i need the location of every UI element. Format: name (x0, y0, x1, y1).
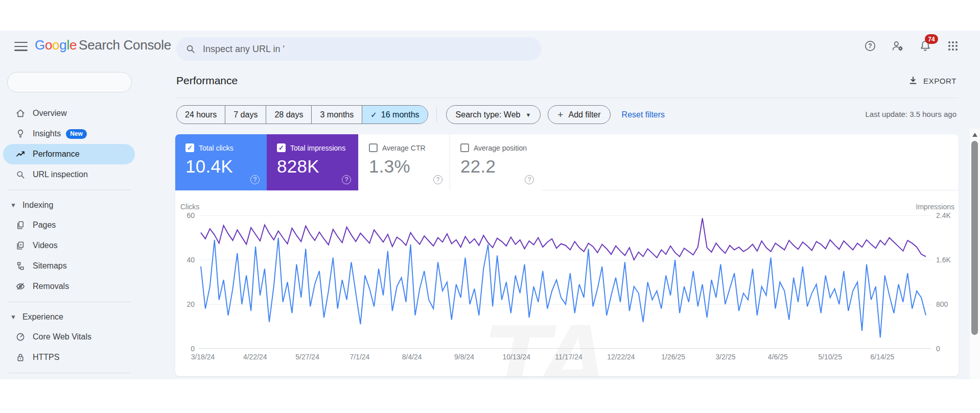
speedometer-icon (15, 332, 26, 342)
metric-cards-row: ✓Total clicks 10.4K ? ✓Total impressions… (175, 134, 959, 190)
metric-label: Average position (474, 144, 527, 152)
metric-value: 22.2 (460, 156, 541, 177)
left-tick-label: 40 (175, 256, 195, 264)
sidebar-item-pages[interactable]: Pages (0, 215, 139, 235)
sidebar-divider (8, 302, 131, 302)
range-tab-label: 24 hours (185, 110, 217, 119)
sidebar-item-sitemaps[interactable]: Sitemaps (0, 256, 139, 276)
google-search-console-screen: GoogleSearch Console ? 74 (0, 0, 980, 413)
notifications-icon[interactable]: 74 (919, 39, 932, 53)
x-axis-label: 8/4/24 (402, 353, 422, 361)
manage-users-icon[interactable] (891, 39, 904, 53)
property-selector[interactable] (7, 72, 132, 92)
metric-card-average-position[interactable]: Average position 22.2 ? (450, 134, 541, 190)
checkbox-unchecked[interactable] (460, 143, 469, 152)
left-tick-label: 60 (175, 211, 195, 220)
sidebar-item-label: HTTPS (33, 353, 59, 362)
last-update-text: Last update: 3.5 hours ago (866, 110, 956, 118)
range-tab-24-hours[interactable]: 24 hours (177, 106, 225, 124)
sidebar-item-url-inspection[interactable]: URL inspection (0, 164, 139, 185)
metric-card-total-clicks[interactable]: ✓Total clicks 10.4K ? (175, 134, 267, 190)
notification-count-badge: 74 (925, 34, 938, 44)
x-axis-labels: 3/18/244/22/245/27/247/1/248/4/249/8/241… (175, 353, 959, 363)
help-icon[interactable]: ? (864, 39, 877, 53)
reset-filters-link[interactable]: Reset filters (622, 110, 665, 119)
sidebar-item-https[interactable]: HTTPS (0, 347, 139, 368)
x-axis-label: 4/6/25 (768, 353, 788, 361)
apps-grid-icon[interactable] (946, 39, 960, 53)
sidebar-item-videos[interactable]: Videos (0, 235, 139, 256)
sidebar-item-performance[interactable]: Performance (3, 144, 135, 164)
sidebar-section-indexing[interactable]: ▼ Indexing (0, 196, 139, 215)
sidebar-section-shopping[interactable]: ▼ Shopping (0, 378, 139, 379)
vertical-scrollbar[interactable] (970, 129, 980, 379)
right-axis-ticks: 2.4K1.6K8000 (936, 215, 959, 349)
range-tab-label: 3 months (320, 110, 354, 119)
sidebar-section-experience[interactable]: ▼ Experience (0, 307, 139, 327)
date-range-tabs: 24 hours7 days28 days3 months✓16 months (176, 105, 428, 124)
x-axis-label: 10/13/24 (503, 353, 531, 361)
sidebar-divider (8, 190, 131, 190)
range-tab-3-months[interactable]: 3 months (312, 106, 362, 124)
sidebar-item-label: Insights (33, 129, 61, 138)
x-axis-label: 6/14/25 (871, 353, 895, 361)
sidebar-item-removals[interactable]: Removals (0, 276, 139, 297)
filter-bar: 24 hours7 days28 days3 months✓16 months … (176, 105, 665, 124)
performance-chart: TA Clicks Impressions 6040200 2.4K1.6K80… (175, 190, 959, 376)
left-tick-label: 20 (175, 300, 195, 308)
product-name: Search Console (79, 37, 171, 53)
plot-area (199, 215, 931, 349)
download-icon (908, 76, 918, 86)
app-logo[interactable]: GoogleSearch Console (35, 37, 171, 53)
section-label: Experience (22, 312, 63, 322)
url-inspect-search-bar[interactable] (176, 37, 542, 61)
help-icon[interactable]: ? (525, 175, 534, 184)
chevron-down-icon: ▼ (10, 313, 16, 321)
url-inspect-input[interactable] (203, 44, 509, 55)
video-icon (15, 240, 26, 251)
add-filter-button[interactable]: + Add filter (548, 105, 610, 124)
scrollbar-thumb[interactable] (971, 141, 978, 335)
right-tick-label: 800 (936, 300, 948, 308)
left-tick-label: 0 (175, 345, 195, 353)
sidebar-item-overview[interactable]: Overview (0, 103, 139, 124)
search-type-dropdown[interactable]: Search type: Web ▼ (446, 105, 541, 124)
metric-card-total-impressions[interactable]: ✓Total impressions 828K ? (267, 134, 358, 190)
help-icon[interactable]: ? (342, 175, 351, 184)
left-axis-title: Clicks (180, 203, 199, 211)
sidebar-item-insights[interactable]: Insights New (0, 124, 139, 144)
series-line-total-impressions (201, 218, 926, 260)
checkbox-unchecked[interactable] (369, 143, 378, 152)
help-icon[interactable]: ? (433, 175, 442, 184)
help-icon[interactable]: ? (250, 175, 260, 184)
metric-value: 1.3% (369, 156, 450, 177)
checkbox-checked[interactable]: ✓ (185, 143, 194, 152)
x-axis-label: 12/22/24 (607, 353, 635, 361)
x-axis-label: 3/18/24 (191, 353, 215, 361)
metric-card-average-ctr[interactable]: Average CTR 1.3% ? (358, 134, 450, 190)
magnifier-icon (15, 169, 26, 180)
range-tab-7-days[interactable]: 7 days (225, 106, 266, 124)
metric-value: 828K (277, 156, 358, 177)
sidebar-divider (8, 373, 131, 373)
hamburger-menu-icon[interactable] (14, 42, 28, 51)
top-bar: GoogleSearch Console ? 74 (0, 31, 980, 61)
checkbox-checked[interactable]: ✓ (277, 143, 286, 152)
divider (175, 98, 959, 98)
x-axis-label: 4/22/24 (243, 353, 267, 361)
sidebar-item-core-web-vitals[interactable]: Core Web Vitals (0, 327, 139, 347)
lightbulb-icon (15, 129, 26, 139)
search-icon (185, 44, 196, 54)
range-tab-16-months[interactable]: ✓16 months (362, 106, 427, 124)
performance-panel: ✓Total clicks 10.4K ? ✓Total impressions… (175, 134, 959, 376)
scroll-up-arrow-icon[interactable] (972, 133, 977, 137)
export-button[interactable]: EXPORT (908, 76, 956, 86)
sidebar-item-label: Pages (33, 221, 56, 230)
app-window: GoogleSearch Console ? 74 (0, 31, 980, 379)
range-tab-28-days[interactable]: 28 days (266, 106, 312, 124)
range-tab-label: 7 days (234, 110, 258, 119)
range-tab-label: 16 months (381, 110, 419, 119)
trending-up-icon (15, 149, 26, 159)
check-icon: ✓ (370, 110, 377, 119)
series-line-total-clicks (201, 238, 926, 338)
